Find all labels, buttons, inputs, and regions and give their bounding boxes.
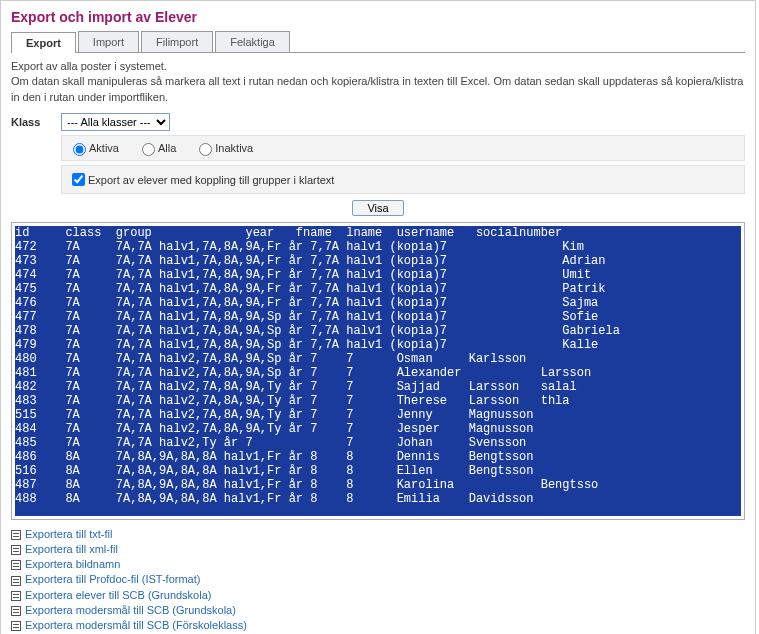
list-icon: [11, 530, 21, 540]
data-textarea-wrap: id class group year fname lname username…: [11, 222, 745, 520]
checkbox-klartext-input[interactable]: [72, 173, 85, 186]
radio-aktiva-input[interactable]: [73, 143, 86, 156]
export-link[interactable]: Exportera till xml-fil: [11, 543, 745, 555]
export-link[interactable]: Exportera till Profdoc-fil (IST-format): [11, 573, 745, 585]
export-link[interactable]: Exportera modersmål till SCB (Grundskola…: [11, 604, 745, 616]
export-link[interactable]: Exportera modersmål till SCB (Förskolekl…: [11, 619, 745, 631]
tab-filimport[interactable]: Filimport: [141, 31, 213, 52]
list-icon: [11, 591, 21, 601]
data-textarea[interactable]: id class group year fname lname username…: [15, 226, 741, 516]
export-link[interactable]: Exportera bildnamn: [11, 558, 745, 570]
list-icon: [11, 576, 21, 586]
export-link[interactable]: Exportera till txt-fil: [11, 528, 745, 540]
klass-select[interactable]: --- Alla klasser ---: [61, 113, 170, 131]
klass-label: Klass: [11, 116, 61, 128]
list-icon: [11, 621, 21, 631]
list-icon: [11, 545, 21, 555]
info-line-1: Export av alla poster i systemet.: [11, 60, 167, 72]
checkbox-klartext[interactable]: Export av elever med koppling till grupp…: [68, 170, 334, 189]
radio-alla-input[interactable]: [142, 143, 155, 156]
export-links: Exportera till txt-filExportera till xml…: [11, 528, 745, 631]
radio-alla[interactable]: Alla: [137, 140, 176, 156]
info-line-2: Om datan skall manipuleras så markera al…: [11, 75, 743, 102]
info-text: Export av alla poster i systemet. Om dat…: [11, 59, 745, 105]
export-link[interactable]: Exportera elever till SCB (Grundskola): [11, 589, 745, 601]
radio-aktiva[interactable]: Aktiva: [68, 140, 119, 156]
tab-import[interactable]: Import: [78, 31, 139, 52]
radio-inaktiva[interactable]: Inaktiva: [194, 140, 253, 156]
list-icon: [11, 560, 21, 570]
tab-felaktiga[interactable]: Felaktiga: [215, 31, 290, 52]
visa-button[interactable]: Visa: [352, 200, 403, 216]
radio-inaktiva-input[interactable]: [199, 143, 212, 156]
list-icon: [11, 606, 21, 616]
tab-export[interactable]: Export: [11, 32, 76, 53]
page-title: Export och import av Elever: [11, 9, 745, 25]
tabs: Export Import Filimport Felaktiga: [11, 31, 745, 53]
